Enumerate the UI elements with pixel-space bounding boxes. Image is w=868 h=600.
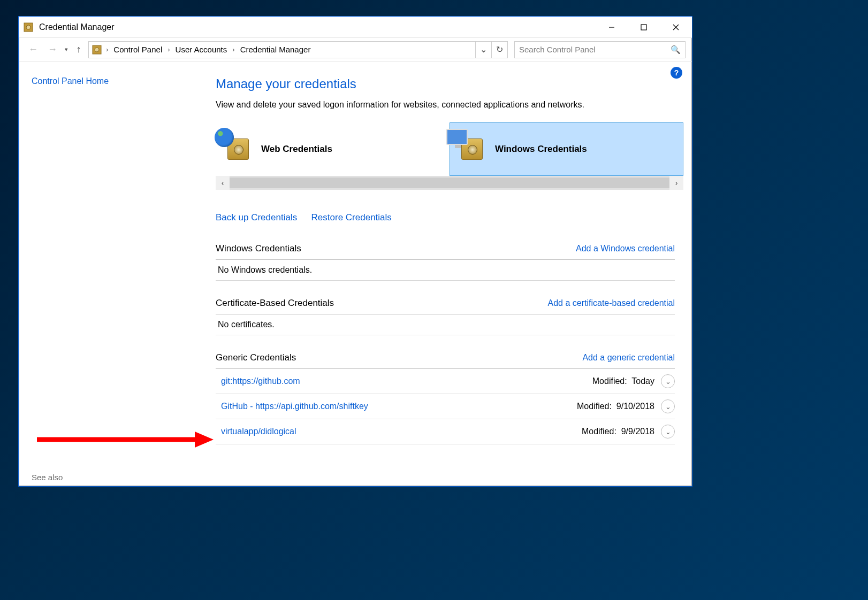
credential-row[interactable]: git:https://github.com Modified: Today ⌄ xyxy=(216,369,675,394)
close-button[interactable] xyxy=(660,17,692,37)
minimize-button[interactable] xyxy=(596,17,628,37)
search-box[interactable]: 🔍 xyxy=(514,41,686,58)
section-generic-credentials: Generic Credentials Add a generic creden… xyxy=(216,348,675,444)
credential-actions: Back up Credentials Restore Credentials xyxy=(216,212,683,223)
svg-rect-3 xyxy=(641,25,646,30)
maximize-button[interactable] xyxy=(628,17,660,37)
page-heading: Manage your credentials xyxy=(216,76,683,91)
add-generic-credential-link[interactable]: Add a generic credential xyxy=(582,353,675,363)
section-title: Windows Credentials xyxy=(216,243,301,254)
navbar: ← → ▾ ↑ › Control Panel › User Accounts … xyxy=(19,38,692,61)
tile-label: Windows Credentials xyxy=(495,144,587,155)
main-content: Manage your credentials View and delete … xyxy=(190,61,692,486)
tiles-scrollbar[interactable]: ‹ › xyxy=(216,176,683,190)
backup-credentials-link[interactable]: Back up Credentials xyxy=(216,212,297,222)
titlebar: Credential Manager xyxy=(19,17,692,38)
window-controls xyxy=(596,17,692,37)
nav-back-button[interactable]: ← xyxy=(25,42,41,58)
nav-up-button[interactable]: ↑ xyxy=(72,44,85,55)
breadcrumb-item-user-accounts[interactable]: User Accounts xyxy=(173,45,230,54)
restore-credentials-link[interactable]: Restore Credentials xyxy=(311,212,392,222)
window-title: Credential Manager xyxy=(39,22,115,32)
body: ? Control Panel Home See also Manage you… xyxy=(19,61,692,486)
modified-value: Today xyxy=(631,376,654,386)
refresh-button[interactable]: ↻ xyxy=(491,42,507,58)
nav-history-dropdown[interactable]: ▾ xyxy=(64,46,69,53)
sidebar-link-home[interactable]: Control Panel Home xyxy=(32,76,109,86)
credential-row[interactable]: virtualapp/didlogical Modified: 9/9/2018… xyxy=(216,419,675,444)
help-icon[interactable]: ? xyxy=(671,67,682,79)
credential-category-tiles: Web Credentials Windows Credentials xyxy=(216,122,683,176)
tile-windows-credentials[interactable]: Windows Credentials xyxy=(450,122,683,176)
scroll-right-button[interactable]: › xyxy=(669,176,683,190)
section-empty-text: No Windows credentials. xyxy=(216,260,675,281)
expand-row-button[interactable]: ⌄ xyxy=(661,425,675,439)
page-subtext: View and delete your saved logon informa… xyxy=(216,100,683,110)
tile-web-credentials[interactable]: Web Credentials xyxy=(216,122,450,176)
breadcrumb-item-control-panel[interactable]: Control Panel xyxy=(111,45,164,54)
credential-name[interactable]: GitHub - https://api.github.com/shiftkey xyxy=(221,402,368,411)
modified-label: Modified: xyxy=(577,402,612,411)
add-windows-credential-link[interactable]: Add a Windows credential xyxy=(576,244,675,253)
svg-point-1 xyxy=(26,25,31,29)
modified-label: Modified: xyxy=(592,376,627,386)
svg-point-7 xyxy=(95,48,99,52)
credential-name[interactable]: virtualapp/didlogical xyxy=(221,427,296,436)
chevron-right-icon: › xyxy=(231,45,235,53)
breadcrumb-item-credential-manager[interactable]: Credential Manager xyxy=(238,45,313,54)
add-certificate-credential-link[interactable]: Add a certificate-based credential xyxy=(548,298,675,308)
scroll-left-button[interactable]: ‹ xyxy=(216,176,230,190)
nav-forward-button[interactable]: → xyxy=(44,42,60,58)
search-icon[interactable]: 🔍 xyxy=(671,45,681,55)
section-title: Generic Credentials xyxy=(216,352,296,363)
scroll-track[interactable] xyxy=(230,178,669,188)
app-icon xyxy=(23,22,34,33)
address-icon xyxy=(91,44,103,56)
see-also-label: See also xyxy=(32,473,63,482)
section-certificate-credentials: Certificate-Based Credentials Add a cert… xyxy=(216,294,675,335)
chevron-right-icon: › xyxy=(105,45,109,53)
modified-value: 9/9/2018 xyxy=(621,427,654,436)
address-bar[interactable]: › Control Panel › User Accounts › Creden… xyxy=(88,41,508,58)
section-empty-text: No certificates. xyxy=(216,314,675,335)
address-dropdown-button[interactable]: ⌄ xyxy=(475,42,491,58)
section-title: Certificate-Based Credentials xyxy=(216,298,334,309)
chevron-right-icon: › xyxy=(166,45,171,53)
credential-manager-window: Credential Manager ← → ▾ ↑ › Control Pan… xyxy=(18,16,692,487)
section-windows-credentials: Windows Credentials Add a Windows creden… xyxy=(216,239,675,281)
modified-label: Modified: xyxy=(582,427,616,436)
expand-row-button[interactable]: ⌄ xyxy=(661,399,675,413)
modified-value: 9/10/2018 xyxy=(616,402,654,411)
tile-label: Web Credentials xyxy=(261,144,332,155)
web-credentials-icon xyxy=(219,130,257,168)
credential-row[interactable]: GitHub - https://api.github.com/shiftkey… xyxy=(216,394,675,419)
search-input[interactable] xyxy=(519,45,671,54)
credential-name[interactable]: git:https://github.com xyxy=(221,376,300,386)
windows-credentials-icon xyxy=(453,130,491,168)
sidebar: Control Panel Home See also xyxy=(19,61,190,486)
expand-row-button[interactable]: ⌄ xyxy=(661,374,675,388)
